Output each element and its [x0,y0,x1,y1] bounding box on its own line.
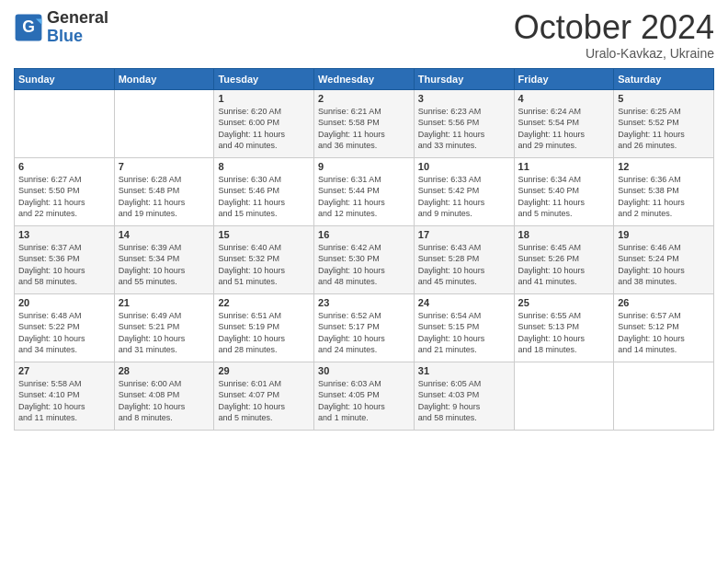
day-number: 6 [18,161,110,172]
day-info: Sunrise: 6:52 AM Sunset: 5:17 PM Dayligh… [318,310,410,356]
calendar-body: 1Sunrise: 6:20 AM Sunset: 6:00 PM Daylig… [15,89,714,430]
day-info: Sunrise: 6:21 AM Sunset: 5:58 PM Dayligh… [318,106,410,152]
calendar-cell: 17Sunrise: 6:43 AM Sunset: 5:28 PM Dayli… [414,225,514,293]
calendar-cell: 20Sunrise: 6:48 AM Sunset: 5:22 PM Dayli… [15,293,115,362]
calendar-cell: 11Sunrise: 6:34 AM Sunset: 5:40 PM Dayli… [514,157,614,225]
header: G General Blue October 2024 Uralo-Kavkaz… [14,9,714,61]
day-info: Sunrise: 5:58 AM Sunset: 4:10 PM Dayligh… [18,378,110,424]
day-number: 2 [318,93,410,104]
day-info: Sunrise: 6:57 AM Sunset: 5:12 PM Dayligh… [618,310,710,356]
calendar-week-row: 27Sunrise: 5:58 AM Sunset: 4:10 PM Dayli… [15,362,714,430]
day-number: 19 [618,229,710,240]
calendar-cell: 25Sunrise: 6:55 AM Sunset: 5:13 PM Dayli… [514,293,614,362]
title-block: October 2024 Uralo-Kavkaz, Ukraine [514,9,714,61]
calendar-week-row: 20Sunrise: 6:48 AM Sunset: 5:22 PM Dayli… [15,293,714,362]
day-number: 7 [119,161,210,172]
logo-text: General Blue [47,9,108,46]
calendar-cell: 22Sunrise: 6:51 AM Sunset: 5:19 PM Dayli… [214,293,314,362]
logo-blue: Blue [47,28,108,46]
day-info: Sunrise: 6:54 AM Sunset: 5:15 PM Dayligh… [418,310,510,356]
day-info: Sunrise: 6:25 AM Sunset: 5:52 PM Dayligh… [618,106,710,152]
weekday-header: Thursday [414,68,514,89]
day-info: Sunrise: 6:46 AM Sunset: 5:24 PM Dayligh… [618,242,710,288]
day-number: 31 [418,365,510,376]
day-number: 3 [418,93,510,104]
calendar-cell [114,89,214,157]
logo: G General Blue [14,9,108,46]
day-number: 30 [318,365,410,376]
day-info: Sunrise: 6:28 AM Sunset: 5:48 PM Dayligh… [119,174,210,220]
day-number: 23 [318,297,410,308]
day-number: 12 [618,161,710,172]
day-number: 17 [418,229,510,240]
header-row: SundayMondayTuesdayWednesdayThursdayFrid… [15,68,714,89]
calendar-cell: 13Sunrise: 6:37 AM Sunset: 5:36 PM Dayli… [15,225,115,293]
day-number: 28 [119,365,210,376]
weekday-header: Tuesday [214,68,314,89]
calendar-week-row: 1Sunrise: 6:20 AM Sunset: 6:00 PM Daylig… [15,89,714,157]
day-number: 4 [518,93,610,104]
day-number: 14 [119,229,210,240]
calendar-cell: 28Sunrise: 6:00 AM Sunset: 4:08 PM Dayli… [114,362,214,430]
day-number: 16 [318,229,410,240]
day-info: Sunrise: 6:23 AM Sunset: 5:56 PM Dayligh… [418,106,510,152]
calendar-table: SundayMondayTuesdayWednesdayThursdayFrid… [14,68,714,431]
day-info: Sunrise: 6:20 AM Sunset: 6:00 PM Dayligh… [218,106,310,152]
calendar-cell: 1Sunrise: 6:20 AM Sunset: 6:00 PM Daylig… [214,89,314,157]
weekday-header: Sunday [15,68,115,89]
calendar-cell: 4Sunrise: 6:24 AM Sunset: 5:54 PM Daylig… [514,89,614,157]
calendar-week-row: 13Sunrise: 6:37 AM Sunset: 5:36 PM Dayli… [15,225,714,293]
calendar-cell: 27Sunrise: 5:58 AM Sunset: 4:10 PM Dayli… [15,362,115,430]
day-info: Sunrise: 6:01 AM Sunset: 4:07 PM Dayligh… [218,378,310,424]
day-info: Sunrise: 6:37 AM Sunset: 5:36 PM Dayligh… [18,242,110,288]
calendar-cell: 23Sunrise: 6:52 AM Sunset: 5:17 PM Dayli… [314,293,415,362]
day-number: 21 [119,297,210,308]
weekday-header: Saturday [614,68,714,89]
day-info: Sunrise: 6:49 AM Sunset: 5:21 PM Dayligh… [119,310,210,356]
day-number: 27 [18,365,110,376]
calendar-cell: 3Sunrise: 6:23 AM Sunset: 5:56 PM Daylig… [414,89,514,157]
day-info: Sunrise: 6:39 AM Sunset: 5:34 PM Dayligh… [119,242,210,288]
day-number: 11 [518,161,610,172]
calendar-cell: 7Sunrise: 6:28 AM Sunset: 5:48 PM Daylig… [114,157,214,225]
day-info: Sunrise: 6:51 AM Sunset: 5:19 PM Dayligh… [218,310,310,356]
day-info: Sunrise: 6:00 AM Sunset: 4:08 PM Dayligh… [119,378,210,424]
day-number: 9 [318,161,410,172]
weekday-header: Monday [114,68,214,89]
day-info: Sunrise: 6:27 AM Sunset: 5:50 PM Dayligh… [18,174,110,220]
calendar-cell: 5Sunrise: 6:25 AM Sunset: 5:52 PM Daylig… [614,89,714,157]
calendar-cell: 19Sunrise: 6:46 AM Sunset: 5:24 PM Dayli… [614,225,714,293]
day-info: Sunrise: 6:45 AM Sunset: 5:26 PM Dayligh… [518,242,610,288]
day-number: 25 [518,297,610,308]
weekday-header: Friday [514,68,614,89]
calendar-cell: 16Sunrise: 6:42 AM Sunset: 5:30 PM Dayli… [314,225,415,293]
day-info: Sunrise: 6:48 AM Sunset: 5:22 PM Dayligh… [18,310,110,356]
calendar-cell: 18Sunrise: 6:45 AM Sunset: 5:26 PM Dayli… [514,225,614,293]
day-number: 29 [218,365,310,376]
day-info: Sunrise: 6:33 AM Sunset: 5:42 PM Dayligh… [418,174,510,220]
day-number: 24 [418,297,510,308]
calendar-cell: 14Sunrise: 6:39 AM Sunset: 5:34 PM Dayli… [114,225,214,293]
calendar-cell: 26Sunrise: 6:57 AM Sunset: 5:12 PM Dayli… [614,293,714,362]
calendar-cell: 15Sunrise: 6:40 AM Sunset: 5:32 PM Dayli… [214,225,314,293]
day-number: 13 [18,229,110,240]
day-info: Sunrise: 6:30 AM Sunset: 5:46 PM Dayligh… [218,174,310,220]
day-info: Sunrise: 6:36 AM Sunset: 5:38 PM Dayligh… [618,174,710,220]
weekday-header: Wednesday [314,68,415,89]
day-number: 20 [18,297,110,308]
day-number: 10 [418,161,510,172]
calendar-cell: 2Sunrise: 6:21 AM Sunset: 5:58 PM Daylig… [314,89,415,157]
day-info: Sunrise: 6:34 AM Sunset: 5:40 PM Dayligh… [518,174,610,220]
day-number: 15 [218,229,310,240]
calendar-cell: 31Sunrise: 6:05 AM Sunset: 4:03 PM Dayli… [414,362,514,430]
day-number: 1 [218,93,310,104]
calendar-cell [514,362,614,430]
calendar-cell [614,362,714,430]
svg-text:G: G [22,17,35,36]
logo-icon: G [14,13,43,42]
logo-general: General [47,9,108,28]
calendar-cell: 24Sunrise: 6:54 AM Sunset: 5:15 PM Dayli… [414,293,514,362]
calendar-header: SundayMondayTuesdayWednesdayThursdayFrid… [15,68,714,89]
calendar-cell: 30Sunrise: 6:03 AM Sunset: 4:05 PM Dayli… [314,362,415,430]
calendar-cell: 12Sunrise: 6:36 AM Sunset: 5:38 PM Dayli… [614,157,714,225]
